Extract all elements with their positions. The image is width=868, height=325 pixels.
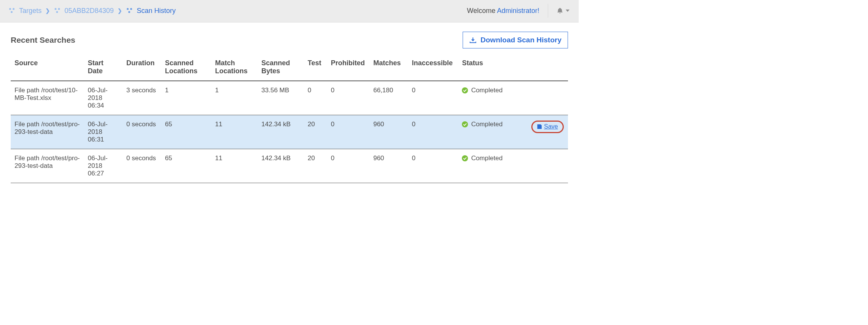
page-content: Recent Searches Download Scan History So…: [0, 23, 579, 187]
chevron-right-icon: ❯: [45, 8, 50, 14]
cell-status: Completed: [458, 149, 528, 183]
cell-prohibited: 0: [327, 115, 369, 149]
vertical-divider: [548, 4, 548, 18]
cell-status: Completed: [458, 115, 528, 149]
cell-source: File path /root/test/pro-293-test-data: [11, 149, 84, 183]
table-header-row: Source Start Date Duration Scanned Locat…: [11, 55, 568, 81]
cell-scanned-bytes: 142.34 kB: [258, 149, 304, 183]
top-bar: Targets ❯ 05ABB2D84309 ❯ Scan History We…: [0, 0, 579, 23]
cell-test: 0: [304, 81, 327, 115]
download-icon: [469, 37, 477, 43]
header-scanned-locations: Scanned Locations: [161, 55, 211, 81]
cell-matches: 960: [369, 149, 408, 183]
page-title: Recent Searches: [11, 35, 75, 45]
header-duration: Duration: [123, 55, 161, 81]
cell-duration: 0 seconds: [123, 149, 161, 183]
cell-start-date: 06-Jul-2018 06:31: [84, 115, 123, 149]
cell-actions: [528, 81, 568, 115]
check-circle-icon: [462, 87, 468, 93]
bell-icon: [557, 7, 563, 14]
cell-scanned-locations: 65: [161, 115, 211, 149]
caret-down-icon: [566, 10, 570, 12]
cell-actions: [528, 149, 568, 183]
header-source: Source: [11, 55, 84, 81]
target-icon: [54, 8, 61, 13]
header-match-locations: Match Locations: [211, 55, 258, 81]
cell-start-date: 06-Jul-2018 06:27: [84, 149, 123, 183]
cell-matches: 66,180: [369, 81, 408, 115]
cell-inaccessible: 0: [408, 81, 458, 115]
cell-match-locations: 1: [211, 81, 258, 115]
breadcrumb-target-id-link[interactable]: 05ABB2D84309: [65, 7, 114, 15]
breadcrumb: Targets ❯ 05ABB2D84309 ❯ Scan History: [8, 7, 176, 15]
cell-scanned-locations: 65: [161, 149, 211, 183]
cell-scanned-locations: 1: [161, 81, 211, 115]
table-row[interactable]: File path /root/test/pro-293-test-data06…: [11, 149, 568, 183]
cell-source: File path /root/test/10-MB-Test.xlsx: [11, 81, 84, 115]
header-actions: [528, 55, 568, 81]
header-matches: Matches: [369, 55, 408, 81]
page-header: Recent Searches Download Scan History: [11, 32, 568, 48]
welcome-user-link[interactable]: Administrator!: [497, 7, 539, 14]
cell-actions: Save: [528, 115, 568, 149]
cell-source: File path /root/test/pro-293-test-data: [11, 115, 84, 149]
header-prohibited: Prohibited: [327, 55, 369, 81]
status-text: Completed: [471, 154, 502, 162]
cell-duration: 3 seconds: [123, 81, 161, 115]
cell-start-date: 06-Jul-2018 06:34: [84, 81, 123, 115]
cell-inaccessible: 0: [408, 115, 458, 149]
floppy-disk-icon: [536, 124, 542, 130]
download-button-label: Download Scan History: [481, 36, 561, 44]
cell-test: 20: [304, 149, 327, 183]
table-row[interactable]: File path /root/test/10-MB-Test.xlsx06-J…: [11, 81, 568, 115]
welcome-prefix: Welcome: [467, 7, 497, 14]
check-circle-icon: [462, 121, 468, 127]
notifications-menu[interactable]: [557, 7, 570, 14]
table-row[interactable]: File path /root/test/pro-293-test-data06…: [11, 115, 568, 149]
header-start-date: Start Date: [84, 55, 123, 81]
cell-scanned-bytes: 142.34 kB: [258, 115, 304, 149]
breadcrumb-targets-link[interactable]: Targets: [19, 7, 42, 15]
header-test: Test: [304, 55, 327, 81]
breadcrumb-current[interactable]: Scan History: [137, 7, 176, 15]
status-text: Completed: [471, 87, 502, 94]
welcome-text: Welcome Administrator!: [467, 7, 539, 15]
status-text: Completed: [471, 121, 502, 128]
header-scanned-bytes: Scanned Bytes: [258, 55, 304, 81]
cell-match-locations: 11: [211, 149, 258, 183]
save-link[interactable]: Save: [531, 121, 563, 133]
header-status: Status: [458, 55, 528, 81]
scan-history-table: Source Start Date Duration Scanned Locat…: [11, 55, 568, 183]
cell-match-locations: 11: [211, 115, 258, 149]
targets-icon: [8, 8, 15, 13]
cell-prohibited: 0: [327, 81, 369, 115]
cell-test: 20: [304, 115, 327, 149]
scan-history-icon: [126, 8, 133, 13]
chevron-right-icon: ❯: [118, 8, 122, 14]
download-scan-history-button[interactable]: Download Scan History: [463, 32, 568, 48]
cell-duration: 0 seconds: [123, 115, 161, 149]
cell-status: Completed: [458, 81, 528, 115]
save-label: Save: [544, 123, 558, 130]
top-bar-right: Welcome Administrator!: [467, 4, 570, 18]
header-inaccessible: Inaccessible: [408, 55, 458, 81]
cell-matches: 960: [369, 115, 408, 149]
check-circle-icon: [462, 155, 468, 161]
cell-inaccessible: 0: [408, 149, 458, 183]
cell-prohibited: 0: [327, 149, 369, 183]
cell-scanned-bytes: 33.56 MB: [258, 81, 304, 115]
